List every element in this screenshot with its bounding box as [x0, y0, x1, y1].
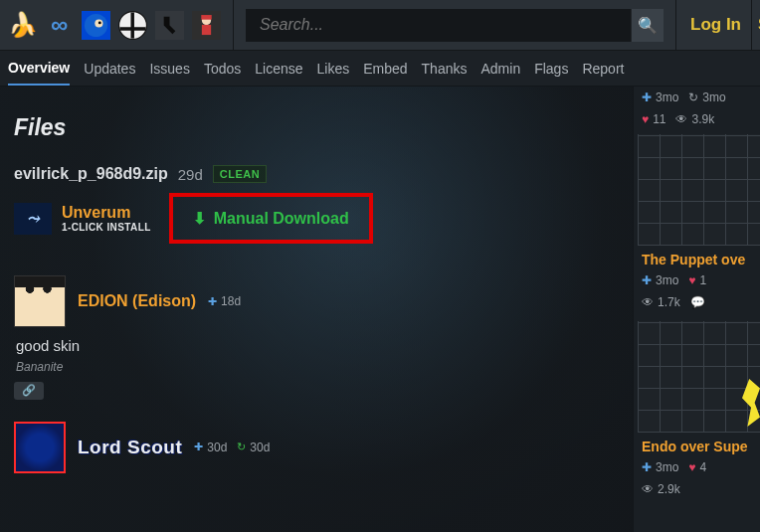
plus-icon: ✚: [642, 460, 652, 474]
main: Files evilrick_p_968d9.zip 29d CLEAN ⤳ U…: [0, 87, 760, 532]
comment-body: good skin: [16, 337, 619, 354]
cs-icon[interactable]: [155, 11, 184, 40]
tab-embed[interactable]: Embed: [363, 53, 407, 85]
stat-likes: ♥1: [688, 273, 706, 287]
smash-icon[interactable]: [118, 11, 147, 40]
refresh-icon: ↻: [688, 90, 698, 104]
installer-subtitle: 1-CLICK INSTALL: [62, 222, 151, 233]
comment-meta: ✚ 30d ↻ 30d: [194, 441, 270, 454]
eye-icon: 👁: [642, 482, 654, 496]
eye-icon: 👁: [675, 112, 687, 126]
sidebar-thumbnail: [638, 134, 760, 246]
stat-added: ✚3mo: [642, 273, 678, 287]
stat-added: ✚3mo: [642, 90, 678, 104]
eye-icon: 👁: [642, 295, 654, 309]
login-link[interactable]: Log In: [676, 0, 752, 50]
search-button[interactable]: 🔍: [631, 9, 664, 42]
stat-updated: ↻3mo: [688, 90, 725, 104]
manual-download-button[interactable]: ⬇ Manual Download: [169, 193, 373, 244]
svg-rect-5: [119, 27, 145, 30]
stat-likes: ♥11: [642, 112, 665, 126]
sidebar: ✚3mo ↻3mo ♥11 👁3.9k The Puppet ove ✚3mo …: [633, 87, 760, 532]
stat-comments: 💬: [690, 295, 705, 309]
tab-license[interactable]: License: [255, 53, 302, 85]
tab-issues[interactable]: Issues: [149, 53, 189, 85]
sidebar-item[interactable]: Endo over Supe ✚3mo ♥4 👁2.9k: [634, 319, 760, 506]
stat-added: ✚3mo: [642, 460, 678, 474]
comment: Lord Scout ✚ 30d ↻ 30d: [14, 422, 619, 473]
tab-admin[interactable]: Admin: [480, 53, 520, 85]
comment-updated-chip: ↻ 30d: [237, 441, 270, 454]
user-link[interactable]: EDION (Edison): [78, 292, 196, 310]
search-input[interactable]: [246, 9, 631, 42]
plus-icon: ✚: [208, 295, 217, 308]
svg-rect-9: [202, 24, 211, 34]
banana-icon[interactable]: 🍌: [8, 11, 37, 40]
download-arrow-icon: ⬇: [193, 209, 206, 228]
one-click-install-button[interactable]: ⤳ Unverum 1-CLICK INSTALL: [14, 201, 151, 237]
tab-likes[interactable]: Likes: [317, 53, 350, 85]
unverum-text: Unverum 1-CLICK INSTALL: [62, 204, 151, 233]
file-age: 29d: [178, 166, 203, 183]
fnf-icon[interactable]: [192, 11, 221, 40]
avatar[interactable]: [14, 422, 66, 473]
comment-updated: 30d: [250, 441, 270, 454]
signup-link-partial[interactable]: S: [752, 0, 760, 50]
scan-badge: CLEAN: [213, 165, 267, 183]
file-row: evilrick_p_968d9.zip 29d CLEAN: [14, 165, 619, 183]
comment-meta: ✚ 18d: [208, 294, 241, 308]
svg-rect-4: [130, 12, 133, 38]
tab-report[interactable]: Report: [582, 53, 624, 85]
comment-icon: 💬: [690, 295, 705, 309]
file-name: evilrick_p_968d9.zip: [14, 165, 168, 183]
tab-overview[interactable]: Overview: [8, 52, 70, 86]
plus-icon: ✚: [194, 441, 203, 453]
sidebar-thumbnail: [638, 321, 760, 433]
sidebar-item-title: Endo over Supe: [634, 433, 760, 456]
sonic-icon[interactable]: [82, 11, 110, 40]
heart-icon: ♥: [642, 112, 649, 126]
sidebar-item-stats: ✚3mo ♥4 👁2.9k: [634, 456, 760, 502]
comment: EDION (Edison) ✚ 18d good skin Bananite …: [14, 275, 619, 400]
unverum-icon: ⤳: [14, 203, 52, 235]
comment-age: 18d: [221, 294, 241, 308]
search-icon: 🔍: [638, 16, 658, 35]
sidebar-item-title: The Puppet ove: [634, 246, 760, 269]
search-wrap: 🔍: [234, 0, 676, 50]
comment-header: EDION (Edison) ✚ 18d: [14, 275, 619, 327]
user-role: Bananite: [16, 360, 619, 374]
permalink-chip[interactable]: 🔗: [14, 382, 44, 400]
tab-bar: Overview Updates Issues Todos License Li…: [0, 51, 760, 87]
heart-icon: ♥: [688, 460, 695, 474]
infinity-icon[interactable]: ∞: [45, 11, 74, 40]
comment-age: 30d: [207, 441, 227, 454]
plus-icon: ✚: [642, 90, 652, 104]
sidebar-top-stats: ✚3mo ↻3mo ♥11 👁3.9k: [634, 87, 760, 132]
download-row: ⤳ Unverum 1-CLICK INSTALL ⬇ Manual Downl…: [14, 193, 619, 244]
stat-views: 👁2.9k: [642, 482, 680, 496]
user-link[interactable]: Lord Scout: [78, 437, 182, 458]
svg-rect-10: [201, 15, 211, 20]
manual-download-label: Manual Download: [214, 210, 349, 228]
link-icon: 🔗: [22, 384, 36, 397]
plus-icon: ✚: [642, 273, 652, 287]
tab-updates[interactable]: Updates: [84, 53, 135, 85]
tab-todos[interactable]: Todos: [204, 53, 241, 85]
stat-views: 👁1.7k: [642, 295, 680, 309]
comment-header: Lord Scout ✚ 30d ↻ 30d: [14, 422, 619, 473]
refresh-icon: ↻: [237, 441, 246, 453]
tab-thanks[interactable]: Thanks: [422, 53, 468, 85]
comment-age-chip: ✚ 30d: [194, 441, 227, 454]
top-bar: 🍌 ∞ 🔍 Log In S: [0, 0, 760, 51]
tab-flags[interactable]: Flags: [534, 53, 568, 85]
stat-views: 👁3.9k: [675, 112, 714, 126]
content: Files evilrick_p_968d9.zip 29d CLEAN ⤳ U…: [0, 87, 633, 532]
sidebar-item[interactable]: The Puppet ove ✚3mo ♥1 👁1.7k 💬: [634, 132, 760, 319]
sidebar-item-stats: ✚3mo ♥1 👁1.7k 💬: [634, 269, 760, 315]
comment-age-chip: ✚ 18d: [208, 294, 241, 308]
stat-likes: ♥4: [688, 460, 706, 474]
avatar[interactable]: [14, 275, 66, 327]
svg-point-2: [98, 21, 101, 24]
installer-title: Unverum: [62, 204, 151, 222]
header-icon-group: 🍌 ∞: [0, 0, 234, 50]
